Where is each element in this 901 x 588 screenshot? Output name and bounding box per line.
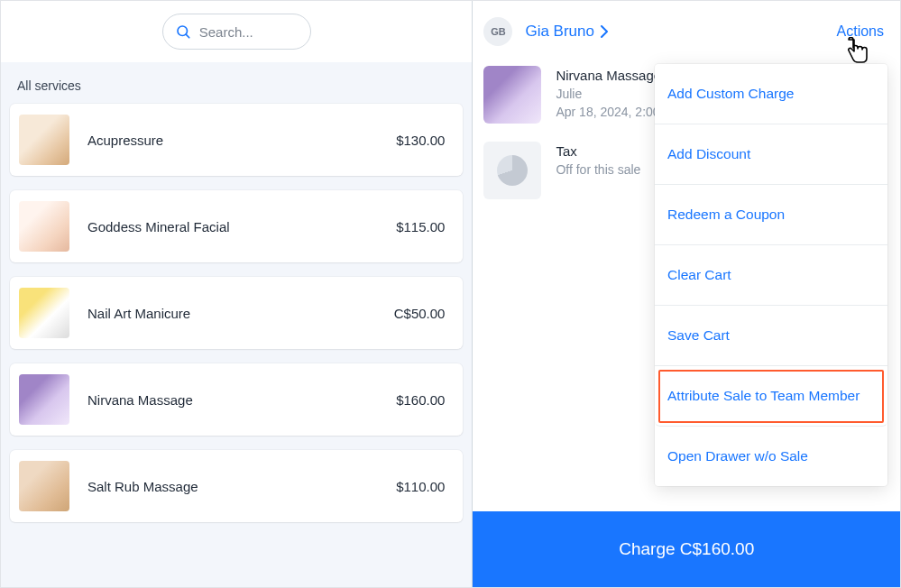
service-price: $110.00	[396, 479, 445, 494]
service-thumb	[19, 288, 69, 338]
customer-name-text: Gia Bruno	[525, 23, 594, 41]
service-thumb	[19, 374, 69, 425]
menu-redeem-coupon[interactable]: Redeem a Coupon	[655, 185, 887, 245]
service-card-salt[interactable]: Salt Rub Massage $110.00	[10, 450, 463, 522]
actions-button[interactable]: Actions	[837, 23, 884, 40]
cart-panel: GB Gia Bruno Actions Nirvana Massage Jul…	[473, 1, 900, 587]
cart-thumb-tax	[483, 142, 541, 199]
service-card-acupressure[interactable]: Acupressure $130.00	[10, 104, 463, 176]
service-card-nirvana[interactable]: Nirvana Massage $160.00	[10, 363, 463, 436]
search-wrap	[162, 14, 311, 50]
actions-menu: Add Custom Charge Add Discount Redeem a …	[655, 64, 887, 486]
cart-thumb	[483, 66, 541, 124]
menu-attribute-sale[interactable]: Attribute Sale to Team Member	[655, 366, 887, 427]
services-header: All services	[10, 73, 463, 104]
service-price: $130.00	[396, 133, 445, 148]
service-price: $115.00	[396, 219, 445, 234]
service-card-nail[interactable]: Nail Art Manicure C$50.00	[10, 277, 463, 349]
service-thumb	[19, 115, 69, 165]
service-name: Nail Art Manicure	[87, 306, 394, 321]
menu-add-discount[interactable]: Add Discount	[655, 124, 887, 185]
avatar: GB	[483, 17, 512, 46]
chevron-right-icon	[600, 25, 609, 38]
service-name: Salt Rub Massage	[87, 479, 396, 494]
services-list: All services Acupressure $130.00 Goddess…	[1, 62, 472, 587]
search-bar	[1, 1, 472, 62]
charge-button[interactable]: Charge C$160.00	[473, 511, 900, 587]
customer-name[interactable]: Gia Bruno	[525, 23, 609, 41]
svg-line-1	[186, 34, 189, 38]
service-price: $160.00	[396, 392, 445, 408]
services-panel: All services Acupressure $130.00 Goddess…	[1, 1, 473, 587]
search-icon	[175, 23, 191, 40]
cart-item-meta: Off for this sale	[556, 162, 640, 177]
service-name: Acupressure	[87, 133, 396, 148]
service-thumb	[19, 461, 69, 511]
pie-icon	[497, 155, 528, 186]
menu-add-custom-charge[interactable]: Add Custom Charge	[655, 64, 887, 124]
service-name: Nirvana Massage	[87, 392, 396, 408]
menu-clear-cart[interactable]: Clear Cart	[655, 245, 887, 306]
service-name: Goddess Mineral Facial	[87, 219, 396, 234]
service-price: C$50.00	[394, 306, 446, 321]
service-card-facial[interactable]: Goddess Mineral Facial $115.00	[10, 190, 463, 262]
menu-open-drawer[interactable]: Open Drawer w/o Sale	[655, 427, 887, 486]
service-thumb	[19, 201, 69, 252]
cart-header: GB Gia Bruno Actions	[473, 1, 900, 62]
cart-item-title: Tax	[556, 143, 640, 159]
menu-save-cart[interactable]: Save Cart	[655, 306, 887, 366]
app-root: All services Acupressure $130.00 Goddess…	[0, 0, 901, 588]
cart-info: Tax Off for this sale	[556, 142, 640, 199]
